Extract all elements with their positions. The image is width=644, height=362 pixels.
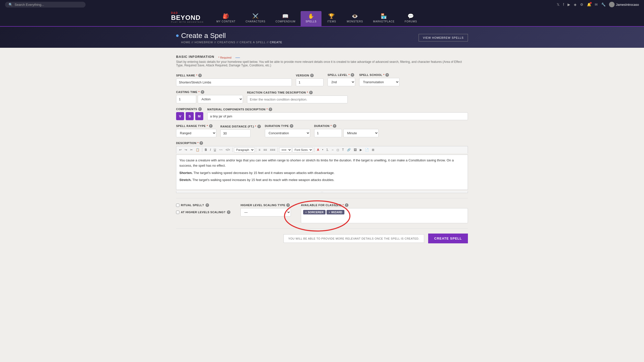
toolbar-font-family-select[interactable]: ≡≡≡: [279, 147, 292, 152]
characters-icon: ⚔️: [252, 13, 259, 19]
spell-range-help-icon[interactable]: ?: [209, 124, 213, 128]
breadcrumb-homebrew[interactable]: HOMEBREW: [194, 41, 213, 44]
reaction-help-icon[interactable]: ?: [309, 91, 313, 94]
duration-help-icon[interactable]: ?: [333, 124, 336, 128]
toolbar-bold[interactable]: B: [204, 147, 208, 152]
available-classes-group: AVAILABLE FOR CLASS(ES) * ? × SORCERER ×…: [301, 203, 468, 223]
nav-item-compendium[interactable]: 📖 COMPENDIUM: [270, 11, 300, 26]
toolbar-italic[interactable]: I: [209, 147, 212, 152]
duration-type-select[interactable]: Instantaneous Concentration Time Until D…: [265, 129, 310, 137]
duration-unit-select[interactable]: Round Minute Hour Day: [343, 129, 379, 137]
reaction-desc-input[interactable]: [247, 96, 348, 103]
view-homebrew-button[interactable]: VIEW HOMEBREW SPELLS: [419, 34, 468, 41]
material-desc-input[interactable]: [207, 112, 468, 120]
youtube-icon[interactable]: ▶: [568, 3, 570, 7]
range-distance-input[interactable]: [220, 129, 251, 137]
remove-sorcerer-button[interactable]: ×: [305, 211, 307, 214]
toolbar-table[interactable]: ⊞: [371, 147, 376, 152]
component-v-button[interactable]: V: [176, 112, 184, 120]
toolbar-bullet-list[interactable]: •: [321, 147, 325, 152]
higher-levels-help-icon[interactable]: ?: [227, 210, 230, 214]
toolbar-align-right[interactable]: ≡≡≡: [269, 147, 276, 152]
dnd-beyond-icon[interactable]: ⚙: [580, 3, 583, 7]
toolbar-redo[interactable]: ↪: [183, 147, 188, 152]
toolbar-outdent[interactable]: ◻: [335, 147, 340, 152]
nav-item-my-content[interactable]: 🎒 MY CONTENT: [211, 11, 240, 26]
components-help-icon[interactable]: ?: [198, 107, 202, 111]
casting-time-number-input[interactable]: [176, 95, 196, 103]
toolbar-underline[interactable]: U: [213, 147, 217, 152]
toolbar-cut[interactable]: ✂: [189, 147, 194, 152]
toolbar-ordered-list[interactable]: 1.: [325, 147, 330, 152]
classes-tags-container[interactable]: × SORCERER × WIZARD: [301, 208, 468, 223]
spell-name-input[interactable]: [176, 78, 292, 86]
duration-number-input[interactable]: [314, 129, 342, 137]
toolbar-paragraph-select[interactable]: Paragraph Heading 1 Heading 2: [234, 147, 255, 152]
toolbar-video[interactable]: ▶: [358, 147, 363, 152]
toolbar-code[interactable]: </>: [224, 147, 231, 152]
twitch-icon[interactable]: ◈: [574, 3, 577, 7]
description-editor[interactable]: You cause a creature with arms and/or le…: [176, 155, 468, 190]
version-help-icon[interactable]: ?: [310, 74, 314, 77]
higher-levels-checkbox[interactable]: [176, 211, 179, 214]
toolbar-align-center[interactable]: ≡≡: [262, 147, 268, 152]
available-classes-help-icon[interactable]: ?: [345, 203, 348, 207]
spell-range-select[interactable]: Self Touch Ranged Sight Unlimited Specia…: [176, 129, 216, 137]
toolbar-strikethrough[interactable]: ~~: [218, 147, 224, 152]
remove-wizard-button[interactable]: ×: [329, 211, 330, 214]
material-desc-help-icon[interactable]: ?: [269, 108, 272, 111]
nav-item-characters[interactable]: ⚔️ CHARACTERS: [240, 11, 270, 26]
toolbar-special[interactable]: T: [341, 147, 345, 152]
ritual-help-icon[interactable]: ?: [206, 203, 209, 207]
notifications-icon[interactable]: 🔔: [587, 3, 591, 7]
toolbar-align-left[interactable]: ≡: [257, 147, 262, 152]
logo[interactable]: D&D BEYOND PLAY WITH ADVANTAGE: [171, 12, 211, 26]
messages-icon[interactable]: ✉: [595, 3, 598, 7]
spell-level-select[interactable]: Cantrip 1st 2nd 3rd 4th 5th 6th 7th 8th …: [328, 78, 355, 86]
nav-item-items[interactable]: 🏆 ITEMS: [321, 11, 342, 26]
toolbar-paste[interactable]: 📋: [194, 147, 201, 152]
tools-icon[interactable]: 🔧: [601, 3, 606, 7]
toolbar-font-color[interactable]: A: [316, 147, 320, 152]
spell-school-help-icon[interactable]: ?: [385, 73, 389, 77]
casting-time-help-icon[interactable]: ?: [201, 90, 204, 94]
spell-level-help-icon[interactable]: ?: [351, 73, 354, 77]
casting-time-type-select[interactable]: Action Bonus Action Reaction 1 Minute 10…: [198, 95, 243, 103]
higher-level-type-select[interactable]: —: [240, 208, 291, 216]
search-bar[interactable]: 🔍 Search Everything...: [5, 2, 86, 8]
ritual-spell-checkbox[interactable]: [176, 204, 179, 207]
toolbar-undo[interactable]: ↩: [178, 147, 183, 152]
spell-name-help-icon[interactable]: ?: [198, 74, 202, 77]
breadcrumb-home[interactable]: HOME: [181, 41, 190, 44]
left-bottom-col: RITUAL SPELL? ? AT HIGHER LEVELS SCALING…: [176, 203, 230, 214]
component-m-button[interactable]: M: [195, 112, 203, 120]
nav-item-forums[interactable]: 💬 FORUMS: [400, 11, 422, 26]
toolbar-doc[interactable]: 📄: [364, 147, 370, 152]
editor-resize-handle[interactable]: ⋯: [176, 191, 468, 193]
user-menu[interactable]: JamesIntrocaso: [609, 2, 639, 7]
higher-levels-checkbox-label[interactable]: AT HIGHER LEVELS SCALING? ?: [176, 210, 230, 214]
higher-level-type-help-icon[interactable]: ?: [286, 203, 290, 207]
toolbar-indent[interactable]: –: [331, 147, 335, 152]
duration-type-help-icon[interactable]: ?: [290, 124, 293, 128]
toolbar-link[interactable]: 🔗: [346, 147, 352, 152]
facebook-icon[interactable]: f: [563, 3, 564, 7]
toolbar-image[interactable]: 🖼: [352, 147, 358, 152]
nav-item-monsters[interactable]: 👁️ MONSTERS: [342, 11, 368, 26]
ritual-spell-checkbox-label[interactable]: RITUAL SPELL? ?: [176, 203, 230, 207]
collapse-icon[interactable]: —: [235, 55, 240, 60]
version-input[interactable]: [296, 78, 324, 86]
description-help-icon[interactable]: ?: [199, 141, 203, 145]
twitter-icon[interactable]: 𝕏: [557, 3, 559, 7]
breadcrumb-creations[interactable]: CREATIONS: [217, 41, 235, 44]
component-s-button[interactable]: S: [186, 112, 194, 120]
nav-item-spells[interactable]: ✋ SPELLS: [301, 11, 322, 26]
spell-school-select[interactable]: Abjuration Conjuration Divination Enchan…: [359, 78, 399, 86]
compendium-icon: 📖: [282, 13, 289, 19]
desc-para-1: You cause a creature with arms and/or le…: [179, 158, 465, 168]
range-distance-help-icon[interactable]: ?: [257, 125, 261, 128]
breadcrumb-create-a-spell[interactable]: CREATE A SPELL: [239, 41, 266, 44]
create-spell-button[interactable]: CREATE SPELL: [428, 234, 468, 243]
nav-item-marketplace[interactable]: 🏪 MARKETPLACE: [368, 11, 399, 26]
toolbar-font-size-select[interactable]: Font Sizes: [292, 147, 313, 152]
